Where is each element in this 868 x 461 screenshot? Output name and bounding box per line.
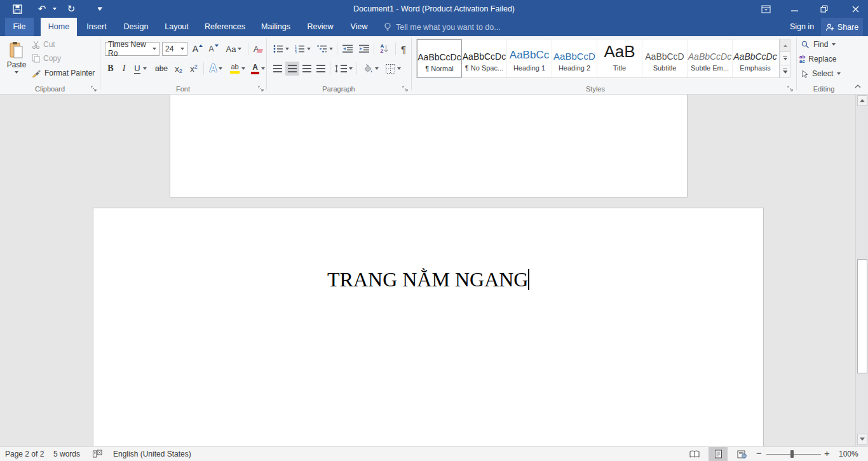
style-item-normal[interactable]: AaBbCcDc ¶ Normal xyxy=(417,39,462,77)
tab-mailings[interactable]: Mailings xyxy=(257,18,295,36)
font-color-button[interactable]: A xyxy=(249,62,267,76)
replace-button[interactable]: ab ac Replace xyxy=(799,55,836,63)
zoom-in-button[interactable]: + xyxy=(824,446,830,460)
word-window: ↶ ↻ Document1 - Word (Product Activation… xyxy=(0,0,868,461)
align-right-button[interactable] xyxy=(301,62,313,76)
print-layout-button[interactable] xyxy=(709,447,728,461)
ribbon-display-options-button[interactable] xyxy=(755,0,776,18)
proofing-book-icon xyxy=(92,450,102,459)
page-2-landscape[interactable]: TRANG NẰM NGANG xyxy=(93,208,764,446)
zoom-level[interactable]: 100% xyxy=(839,447,858,461)
sort-button[interactable]: A Z xyxy=(376,42,393,56)
sign-in-link[interactable]: Sign in xyxy=(787,18,817,36)
strikethrough-button[interactable]: abe xyxy=(153,62,170,76)
select-button[interactable]: Select xyxy=(801,69,841,78)
scroll-down-icon xyxy=(860,438,865,441)
shrink-font-button[interactable]: A xyxy=(207,42,220,56)
font-dialog-launcher[interactable] xyxy=(258,85,266,93)
styles-dialog-launcher[interactable] xyxy=(787,85,795,93)
change-case-button[interactable]: Aa xyxy=(224,42,244,56)
share-button[interactable]: Share xyxy=(821,18,863,36)
line-spacing-button[interactable] xyxy=(333,62,353,76)
font-family-combobox[interactable]: Times New Ro xyxy=(105,42,159,56)
clear-formatting-button[interactable]: A xyxy=(250,42,266,56)
multilevel-list-button[interactable] xyxy=(315,42,335,56)
scroll-down-button[interactable] xyxy=(857,434,867,444)
text-effects-button[interactable]: A xyxy=(207,62,226,76)
increase-indent-icon xyxy=(359,44,370,53)
minimize-button[interactable] xyxy=(783,0,805,18)
style-item-heading2[interactable]: AaBbCcD Heading 2 xyxy=(552,39,597,77)
grow-font-button[interactable]: A xyxy=(191,42,205,56)
styles-more-button[interactable] xyxy=(780,65,790,77)
justify-button[interactable] xyxy=(315,62,327,76)
styles-scroll-up-button[interactable] xyxy=(780,39,790,52)
style-item-heading1[interactable]: AaBbCc Heading 1 xyxy=(507,39,552,77)
find-button[interactable]: Find xyxy=(801,40,836,49)
zoom-slider-track[interactable] xyxy=(766,454,821,455)
style-item-emphasis[interactable]: AaBbCcDc Emphasis xyxy=(733,39,778,77)
minimize-icon xyxy=(791,6,798,13)
align-left-button[interactable] xyxy=(271,62,284,76)
zoom-slider-thumb[interactable] xyxy=(790,450,794,458)
shading-button[interactable] xyxy=(360,62,381,76)
close-button[interactable] xyxy=(843,0,868,18)
decrease-indent-button[interactable] xyxy=(340,42,355,56)
clipboard-dialog-launcher[interactable] xyxy=(91,85,98,93)
restore-button[interactable] xyxy=(813,0,835,18)
share-label: Share xyxy=(837,23,858,32)
page-indicator[interactable]: Page 2 of 2 xyxy=(5,447,44,461)
numbering-button[interactable]: 123 xyxy=(292,42,313,56)
tab-design[interactable]: Design xyxy=(120,18,152,36)
document-text-line[interactable]: TRANG NẰM NGANG xyxy=(93,267,763,292)
page-1[interactable] xyxy=(170,95,688,197)
tab-file[interactable]: File xyxy=(5,18,34,36)
align-center-button[interactable] xyxy=(285,62,299,76)
language-indicator[interactable]: English (United States) xyxy=(113,447,191,461)
tab-review[interactable]: Review xyxy=(304,18,336,36)
italic-button[interactable]: I xyxy=(118,62,130,76)
tell-me-box[interactable]: Tell me what you want to do... xyxy=(384,18,501,36)
close-icon xyxy=(852,6,859,13)
ribbon-home: Paste Cut Copy Format Painter xyxy=(0,36,868,95)
font-size-combobox[interactable]: 24 xyxy=(162,42,187,56)
copy-button[interactable]: Copy xyxy=(32,54,61,63)
text-highlight-button[interactable]: ab xyxy=(227,62,248,76)
tab-home[interactable]: Home xyxy=(41,18,77,36)
replace-label: Replace xyxy=(808,55,836,63)
paragraph-dialog-launcher[interactable] xyxy=(402,85,410,93)
tab-view[interactable]: View xyxy=(346,18,372,36)
style-item-subtle-emphasis[interactable]: AaBbCcDc Subtle Em... xyxy=(688,39,733,77)
subscript-button[interactable]: x 2 xyxy=(172,62,186,76)
styles-scroll-down-button[interactable] xyxy=(780,52,790,65)
paste-button[interactable]: Paste xyxy=(4,39,29,81)
copy-icon xyxy=(32,54,40,63)
collapse-ribbon-button[interactable] xyxy=(853,82,863,91)
bullets-button[interactable] xyxy=(271,42,290,56)
cut-button[interactable]: Cut xyxy=(32,40,55,49)
style-item-no-spacing[interactable]: AaBbCcDc ¶ No Spac... xyxy=(462,39,507,77)
proofing-status-button[interactable] xyxy=(92,450,102,461)
borders-button[interactable] xyxy=(383,62,403,76)
style-item-title[interactable]: AaB Title xyxy=(597,39,642,77)
show-hide-pilcrow-button[interactable]: ¶ xyxy=(397,42,410,56)
increase-indent-button[interactable] xyxy=(356,42,372,56)
text-effects-icon: A xyxy=(210,63,217,74)
vertical-scrollbar[interactable] xyxy=(855,95,868,446)
scrollbar-thumb[interactable] xyxy=(857,259,867,373)
style-item-subtitle[interactable]: AaBbCcD Subtitle xyxy=(642,39,688,77)
superscript-button[interactable]: x 2 xyxy=(187,62,201,76)
scroll-up-button[interactable] xyxy=(857,95,867,106)
tell-me-placeholder: Tell me what you want to do... xyxy=(396,23,501,32)
zoom-out-button[interactable]: − xyxy=(756,446,762,460)
underline-button[interactable]: U xyxy=(131,62,150,76)
bold-button[interactable]: B xyxy=(104,62,117,76)
word-count[interactable]: 5 words xyxy=(53,447,80,461)
format-painter-button[interactable]: Format Painter xyxy=(32,69,95,77)
read-mode-button[interactable] xyxy=(685,447,704,461)
tab-layout[interactable]: Layout xyxy=(161,18,193,36)
web-layout-button[interactable] xyxy=(732,447,751,461)
paste-icon xyxy=(9,41,24,59)
tab-insert[interactable]: Insert xyxy=(81,18,112,36)
tab-references[interactable]: References xyxy=(203,18,247,36)
